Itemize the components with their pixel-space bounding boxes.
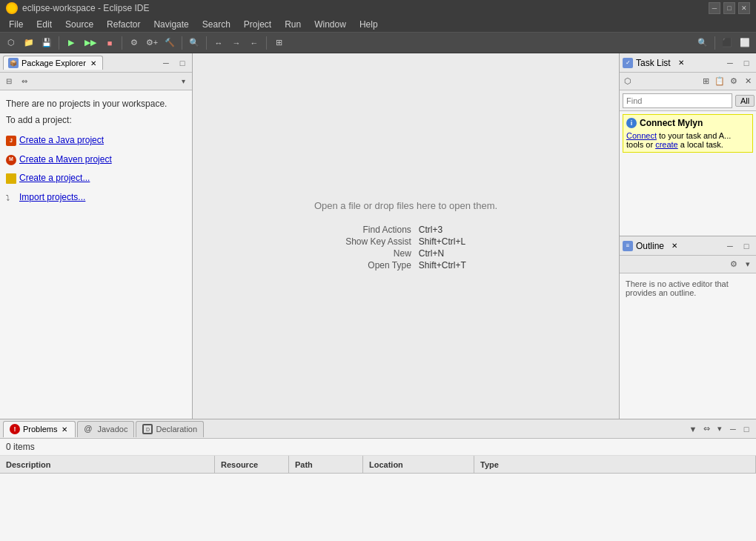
declaration-tab-label: Declaration bbox=[156, 425, 197, 434]
menu-window[interactable]: Window bbox=[308, 18, 352, 31]
menu-help[interactable]: Help bbox=[354, 18, 384, 31]
editor-hint-text: Open a file or drop files here to open t… bbox=[314, 200, 497, 211]
create-maven-project-link[interactable]: Create a Maven project bbox=[19, 152, 112, 168]
bottom-tabs-header: ! Problems ✕ @ Javadoc D Declaration ▼ ⇔… bbox=[0, 419, 756, 439]
view-menu-btn[interactable]: ▾ bbox=[176, 74, 190, 89]
menu-navigate[interactable]: Navigate bbox=[147, 18, 194, 31]
package-explorer-tab[interactable]: 📦 Package Explorer ✕ bbox=[3, 56, 103, 70]
package-explorer-header: 📦 Package Explorer ✕ ─ □ bbox=[0, 53, 192, 73]
tb-refactor-btn[interactable]: ↔ bbox=[210, 35, 227, 51]
task-list-maximize-btn[interactable]: □ bbox=[740, 56, 753, 70]
bottom-filter-btn[interactable]: ▼ bbox=[686, 422, 700, 436]
tb-prev-btn[interactable]: ← bbox=[246, 35, 262, 51]
declaration-tab[interactable]: D Declaration bbox=[136, 421, 204, 437]
tb-build-btn[interactable]: ⚙ bbox=[126, 35, 142, 51]
outline-tb-btn1[interactable]: ⚙ bbox=[727, 258, 740, 271]
connect-mylyn-desc: to your task and A... bbox=[659, 131, 731, 140]
bottom-panel: ! Problems ✕ @ Javadoc D Declaration ▼ ⇔… bbox=[0, 419, 756, 541]
collapse-all-btn[interactable]: ⊟ bbox=[1, 74, 16, 89]
task-list-minimize-btn[interactable]: ─ bbox=[723, 56, 737, 70]
bottom-menu-btn[interactable]: ▾ bbox=[713, 422, 726, 436]
tb-save-btn[interactable]: 💾 bbox=[39, 35, 55, 51]
tb-search-btn[interactable]: 🔍 bbox=[186, 35, 202, 51]
task-list-find-bar: All Acti... bbox=[620, 90, 756, 111]
outline-close-btn[interactable]: ✕ bbox=[670, 242, 679, 250]
bottom-link-btn[interactable]: ⇔ bbox=[700, 422, 713, 436]
problems-table-header: Description Resource Path Location Type bbox=[0, 456, 756, 474]
task-list-tb-btn2[interactable]: ⊞ bbox=[699, 75, 712, 88]
menu-project[interactable]: Project bbox=[238, 18, 277, 31]
create-project-link[interactable]: Create a project... bbox=[19, 170, 90, 187]
import-projects-link[interactable]: Import projects... bbox=[19, 190, 85, 206]
task-list-tb-btn3[interactable]: 📋 bbox=[713, 75, 726, 88]
tb-sep3 bbox=[182, 36, 182, 50]
tb-next-btn[interactable]: → bbox=[228, 35, 245, 51]
menu-run[interactable]: Run bbox=[279, 18, 307, 31]
col-header-resource: Resource bbox=[215, 456, 289, 473]
col-header-description: Description bbox=[0, 456, 215, 473]
shortcut-show-key-key: Shift+Ctrl+L bbox=[419, 236, 466, 247]
task-list-tb-btn1[interactable]: ⬡ bbox=[621, 75, 634, 88]
tb-perspective1-btn[interactable]: ⬛ bbox=[719, 35, 735, 51]
tb-stop-btn[interactable]: ■ bbox=[102, 35, 118, 51]
menu-source[interactable]: Source bbox=[59, 18, 99, 31]
tb-open-btn[interactable]: 📁 bbox=[21, 35, 37, 51]
connect-link[interactable]: Connect bbox=[626, 131, 657, 140]
problems-close-btn[interactable]: ✕ bbox=[60, 425, 69, 434]
link-editor-btn[interactable]: ⇔ bbox=[17, 74, 32, 89]
outline-no-editor-message: There is no active editor that provides … bbox=[626, 279, 729, 297]
package-explorer-close[interactable]: ✕ bbox=[89, 59, 98, 67]
menu-refactor[interactable]: Refactor bbox=[101, 18, 146, 31]
shortcut-open-type-key: Shift+Ctrl+T bbox=[419, 260, 466, 270]
tb-perspective2-btn[interactable]: ⬜ bbox=[737, 35, 753, 51]
problems-tab[interactable]: ! Problems ✕ bbox=[3, 421, 76, 437]
task-list-tb-btn5[interactable]: ✕ bbox=[741, 75, 755, 88]
panel-maximize-btn[interactable]: □ bbox=[176, 56, 189, 70]
bottom-minimize-btn[interactable]: ─ bbox=[726, 422, 740, 436]
task-list-find-input[interactable] bbox=[623, 93, 732, 108]
create-java-project-link[interactable]: Create a Java project bbox=[19, 133, 104, 149]
outline-header: ≡ Outline ✕ ─ □ bbox=[620, 236, 756, 256]
minimize-button[interactable]: ─ bbox=[709, 2, 720, 14]
tb-search-global-btn[interactable]: 🔍 bbox=[694, 35, 711, 51]
right-panel: ✓ Task List ✕ ─ □ ⬡ ⊞ 📋 ⚙ ✕ bbox=[619, 53, 756, 419]
task-list-tb-btn4[interactable]: ⚙ bbox=[727, 75, 740, 88]
tb-run-btn[interactable]: ▶▶ bbox=[81, 35, 100, 51]
bottom-maximize-btn[interactable]: □ bbox=[740, 422, 753, 436]
outline-maximize-btn[interactable]: □ bbox=[740, 239, 753, 253]
panel-minimize-btn[interactable]: ─ bbox=[159, 56, 173, 70]
create-local-link[interactable]: create bbox=[655, 140, 678, 149]
editor-drop-area[interactable]: Open a file or drop files here to open t… bbox=[193, 53, 619, 419]
package-explorer-tab-label: Package Explorer bbox=[21, 59, 86, 67]
outline-label: Outline bbox=[636, 241, 664, 251]
no-projects-message: There are no projects in your workspace. bbox=[6, 96, 186, 113]
tb-debug-btn[interactable]: ▶ bbox=[63, 35, 79, 51]
menu-search[interactable]: Search bbox=[196, 18, 236, 31]
package-explorer-panel: 📦 Package Explorer ✕ ─ □ ⊟ ⇔ ▾ There are… bbox=[0, 53, 193, 419]
close-button[interactable]: ✕ bbox=[738, 2, 750, 14]
items-count: 0 items bbox=[0, 439, 756, 456]
outline-icon: ≡ bbox=[623, 241, 633, 251]
tb-persp-btn[interactable]: ⊞ bbox=[271, 35, 287, 51]
task-list-icon: ✓ bbox=[623, 58, 633, 68]
problems-tab-label: Problems bbox=[23, 425, 57, 434]
tb-clean-btn[interactable]: 🔨 bbox=[162, 35, 178, 51]
task-list-all-btn[interactable]: All bbox=[735, 95, 755, 107]
menu-edit[interactable]: Edit bbox=[30, 18, 58, 31]
outline-minimize-btn[interactable]: ─ bbox=[723, 239, 737, 253]
menu-file[interactable]: File bbox=[3, 18, 29, 31]
shortcut-find-actions-label: Find Actions bbox=[345, 225, 417, 235]
javadoc-tab-label: Javadoc bbox=[97, 425, 127, 434]
tb-new-btn[interactable]: ⬡ bbox=[3, 35, 19, 51]
shortcut-row: New Ctrl+N bbox=[345, 248, 466, 259]
outline-panel: ≡ Outline ✕ ─ □ ⚙ ▾ There is no active e… bbox=[620, 236, 756, 419]
outline-tb-btn2[interactable]: ▾ bbox=[741, 258, 755, 271]
javadoc-tab[interactable]: @ Javadoc bbox=[77, 421, 134, 437]
tb-build2-btn[interactable]: ⚙+ bbox=[144, 35, 160, 51]
maximize-button[interactable]: □ bbox=[723, 2, 735, 14]
toolbar: ⬡ 📁 💾 ▶ ▶▶ ■ ⚙ ⚙+ 🔨 🔍 ↔ → ← ⊞ 🔍 ⬛ ⬜ bbox=[0, 33, 756, 53]
task-list-close-btn[interactable]: ✕ bbox=[677, 59, 686, 67]
import-projects-icon: ⤵ bbox=[6, 193, 16, 203]
outline-content: There is no active editor that provides … bbox=[620, 273, 756, 419]
shortcut-row: Find Actions Ctrl+3 bbox=[345, 225, 466, 235]
